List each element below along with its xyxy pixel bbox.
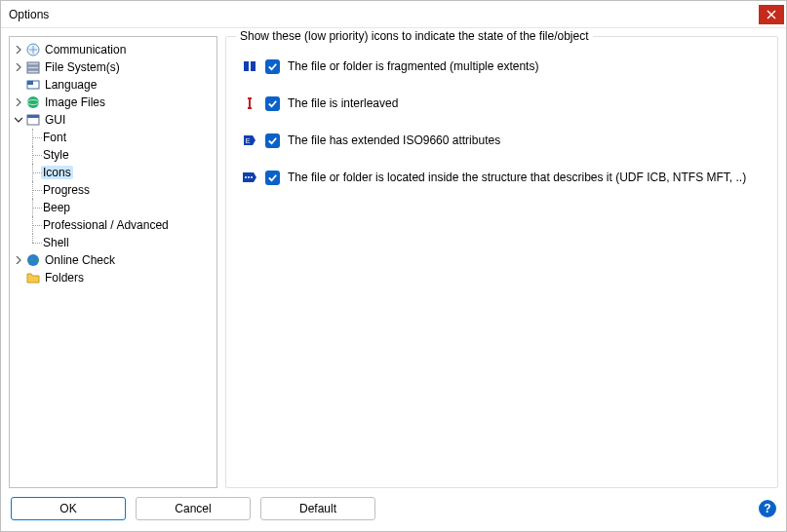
checkbox-interleaved[interactable] [265, 96, 280, 111]
tree-label: Shell [41, 236, 71, 249]
image-files-icon [25, 95, 41, 110]
tree-label: Communication [43, 43, 128, 57]
settings-group: Show these (low priority) icons to indic… [225, 36, 778, 488]
checkbox-inside-structure[interactable] [265, 171, 280, 185]
svg-rect-5 [27, 81, 33, 85]
option-fragmented: The file or folder is fragmented (multip… [242, 58, 766, 74]
help-icon: ? [764, 502, 770, 515]
tree-item-font[interactable]: Font [12, 129, 215, 146]
tree-item-language[interactable]: Language [12, 76, 215, 94]
svg-rect-12 [251, 61, 256, 71]
button-label: Default [299, 502, 336, 515]
tree-label: Online Check [43, 253, 117, 267]
chevron-right-icon[interactable] [12, 251, 25, 269]
tree-label: Professional / Advanced [41, 218, 171, 232]
svg-point-17 [245, 176, 247, 178]
svg-point-18 [248, 176, 250, 178]
option-iso9660: E The file has extended ISO9660 attribut… [242, 133, 766, 148]
svg-rect-11 [244, 61, 249, 71]
chevron-right-icon[interactable] [12, 58, 25, 76]
option-inside-structure: The file or folder is located inside the… [242, 170, 766, 185]
svg-rect-2 [27, 66, 39, 69]
chevron-right-icon[interactable] [12, 41, 25, 58]
checkbox-iso9660[interactable] [265, 133, 280, 148]
file-systems-icon [25, 59, 41, 75]
default-button[interactable]: Default [260, 497, 375, 520]
svg-rect-9 [27, 115, 39, 118]
ok-button[interactable]: OK [11, 497, 126, 520]
tree-item-beep[interactable]: Beep [12, 199, 215, 216]
tree-label: Folders [43, 271, 86, 285]
category-tree[interactable]: Communication File System(s) Language [9, 36, 217, 488]
tree-item-style[interactable]: Style [12, 146, 215, 164]
svg-point-19 [251, 176, 253, 178]
help-button[interactable]: ? [759, 500, 776, 517]
svg-rect-13 [248, 97, 252, 99]
svg-rect-3 [27, 70, 39, 73]
tree-item-online-check[interactable]: Online Check [12, 251, 215, 269]
tree-label: Icons [41, 166, 73, 179]
tree-item-communication[interactable]: Communication [12, 41, 215, 58]
fragmented-icon [242, 58, 257, 74]
tree-item-file-systems[interactable]: File System(s) [12, 58, 215, 76]
gui-icon [25, 112, 41, 128]
svg-rect-14 [249, 99, 251, 107]
language-icon [25, 77, 41, 93]
tree-label: Image Files [43, 95, 107, 109]
group-title: Show these (low priority) icons to indic… [236, 29, 593, 43]
tree-item-progress[interactable]: Progress [12, 181, 215, 199]
option-label: The file or folder is fragmented (multip… [288, 59, 538, 73]
svg-rect-1 [27, 62, 39, 65]
svg-text:E: E [246, 137, 251, 144]
svg-point-6 [27, 96, 39, 108]
tree-item-icons[interactable]: Icons [12, 164, 215, 181]
tree-label: GUI [43, 113, 67, 127]
close-button[interactable] [759, 5, 784, 24]
expander-spacer [12, 269, 25, 286]
tree-label: Progress [41, 183, 92, 197]
tree-item-pro-advanced[interactable]: Professional / Advanced [12, 216, 215, 234]
window-title: Options [9, 8, 49, 21]
communication-icon [25, 42, 41, 57]
folders-icon [25, 270, 41, 285]
chevron-down-icon[interactable] [12, 111, 25, 129]
cancel-button[interactable]: Cancel [136, 497, 251, 520]
dialog-body: Communication File System(s) Language [1, 28, 786, 492]
tree-label: Style [41, 148, 71, 162]
tree-label: File System(s) [43, 60, 122, 74]
tree-item-folders[interactable]: Folders [12, 269, 215, 286]
titlebar: Options [1, 1, 786, 28]
svg-rect-15 [248, 107, 252, 109]
expander-spacer [12, 76, 25, 94]
dialog-footer: OK Cancel Default ? [1, 492, 786, 531]
option-label: The file or folder is located inside the… [288, 171, 746, 184]
tree-label: Font [41, 131, 68, 144]
tree-item-image-files[interactable]: Image Files [12, 94, 215, 111]
interleaved-icon [242, 95, 257, 111]
option-interleaved: The file is interleaved [242, 95, 766, 111]
option-label: The file is interleaved [288, 96, 398, 110]
tree-item-gui[interactable]: GUI [12, 111, 215, 129]
option-label: The file has extended ISO9660 attributes [288, 133, 500, 147]
button-label: Cancel [175, 502, 211, 515]
options-window: Options Communication [0, 0, 787, 532]
online-check-icon [25, 252, 41, 268]
button-label: OK [59, 502, 76, 515]
inside-structure-icon [242, 170, 257, 185]
iso9660-icon: E [242, 133, 257, 148]
chevron-right-icon[interactable] [12, 94, 25, 111]
close-icon [767, 10, 776, 19]
checkbox-fragmented[interactable] [265, 59, 280, 74]
tree-label: Language [43, 78, 98, 92]
tree-item-shell[interactable]: Shell [12, 234, 215, 251]
tree-label: Beep [41, 201, 72, 214]
